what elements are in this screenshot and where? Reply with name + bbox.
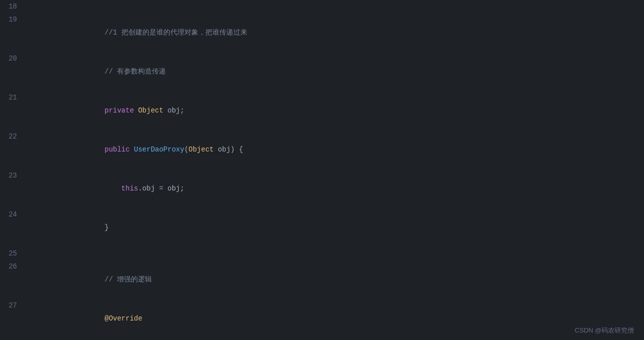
line-content: //1 把创建的是谁的代理对象，把谁传递过来 [25,13,644,52]
line-number: 24 [0,208,25,247]
line-number: 26 [0,260,25,299]
code-table: 18 19 //1 把创建的是谁的代理对象，把谁传递过来 20 // 有参数构造… [0,0,644,340]
code-text: obj) { [214,146,243,154]
line-content: } [25,208,644,247]
line-content: public UserDaoProxy(Object obj) { [25,130,644,169]
comment: // 有参数构造传递 [71,68,166,76]
code-text [130,146,134,154]
line-number: 20 [0,52,25,91]
code-text [71,106,104,114]
table-row: 20 // 有参数构造传递 [0,52,644,91]
line-content [25,247,644,260]
line-number: 23 [0,169,25,208]
type: Object [138,106,163,114]
keyword: private [104,106,134,114]
keyword: public [104,146,129,154]
line-number: 25 [0,247,25,260]
table-row: 18 [0,0,644,13]
line-content: this.obj = obj; [25,169,644,208]
code-text: .obj = obj; [138,184,184,192]
code-text: obj; [163,106,184,114]
line-number: 22 [0,130,25,169]
function-name: UserDaoProxy [134,146,184,154]
line-content [25,0,644,13]
type: Object [188,146,213,154]
code-text [71,184,121,192]
table-row: 24 } [0,208,644,247]
table-row: 26 // 增强的逻辑 [0,260,644,299]
line-number: 18 [0,0,25,13]
table-row: 22 public UserDaoProxy(Object obj) { [0,130,644,169]
table-row: 28 public Object invoke(Object proxy, Me… [0,338,644,340]
comment: //1 把创建的是谁的代理对象，把谁传递过来 [71,28,247,36]
code-text [71,314,104,322]
watermark: CSDN @码农研究僧 [575,326,634,335]
comment: // 增强的逻辑 [71,276,152,284]
line-number: 19 [0,13,25,52]
table-row: 21 private Object obj; [0,91,644,130]
table-row: 27 @Override [0,299,644,338]
line-content: @Override [25,299,644,338]
code-container: 18 19 //1 把创建的是谁的代理对象，把谁传递过来 20 // 有参数构造… [0,0,644,340]
line-content: public Object invoke(Object proxy, Metho… [25,338,644,340]
keyword: this [121,184,138,192]
line-number: 27 [0,299,25,338]
table-row: 19 //1 把创建的是谁的代理对象，把谁传递过来 [0,13,644,52]
line-number: 28 [0,338,25,340]
table-row: 25 [0,247,644,260]
line-content: private Object obj; [25,91,644,130]
code-text: } [71,224,109,232]
table-row: 23 this.obj = obj; [0,169,644,208]
line-content: // 增强的逻辑 [25,260,644,299]
line-number: 21 [0,91,25,130]
annotation: @Override [104,314,142,322]
code-text [71,146,104,154]
line-content: // 有参数构造传递 [25,52,644,91]
